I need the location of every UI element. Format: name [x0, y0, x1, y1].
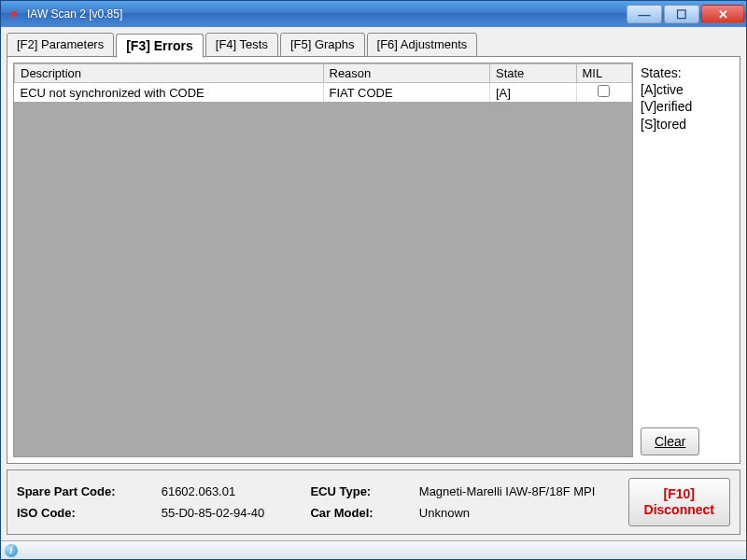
maximize-button[interactable]: ☐	[664, 5, 699, 23]
tab-bar: [F2] Parameters [F3] Errors [F4] Tests […	[7, 33, 740, 57]
tab-errors[interactable]: [F3] Errors	[116, 34, 204, 58]
col-description[interactable]: Description	[15, 64, 324, 83]
iso-code-label: ISO Code:	[17, 506, 148, 520]
disconnect-button[interactable]: [F10] Disconnect	[628, 478, 730, 526]
spare-part-value: 61602.063.01	[162, 484, 298, 498]
window-title: IAW Scan 2 [v0.85]	[27, 7, 627, 21]
legend-stored: [S]tored	[641, 116, 734, 133]
footer-bar: Spare Part Code: 61602.063.01 ECU Type: …	[7, 469, 740, 535]
col-mil[interactable]: MIL	[576, 64, 632, 83]
tab-adjustments[interactable]: [F6] Adjustments	[367, 33, 478, 57]
states-legend: States: [A]ctive [V]erified [S]tored	[641, 64, 734, 133]
tab-tests[interactable]: [F4] Tests	[205, 33, 278, 57]
iso-code-value: 55-D0-85-02-94-40	[162, 506, 298, 520]
car-model-label: Car Model:	[310, 506, 405, 520]
table-row[interactable]: ECU not synchronized with CODE FIAT CODE…	[15, 83, 632, 103]
mil-checkbox[interactable]	[598, 85, 610, 97]
disconnect-label: Disconnect	[644, 502, 714, 518]
cell-state: [A]	[489, 83, 576, 103]
car-model-value: Unknown	[419, 506, 628, 520]
col-reason[interactable]: Reason	[323, 64, 489, 83]
cell-reason: FIAT CODE	[323, 83, 489, 103]
titlebar[interactable]: IAW Scan 2 [v0.85] — ☐ ✕	[1, 1, 746, 27]
cell-mil	[576, 83, 632, 103]
cell-description: ECU not synchronized with CODE	[15, 83, 324, 103]
window-controls: — ☐ ✕	[627, 5, 744, 23]
clear-button[interactable]: Clear	[641, 427, 699, 455]
table-empty-area	[14, 102, 632, 456]
app-window: IAW Scan 2 [v0.85] — ☐ ✕ [F2] Parameters…	[0, 0, 747, 560]
side-panel: States: [A]ctive [V]erified [S]tored Cle…	[641, 63, 734, 457]
errors-panel: Description Reason State MIL ECU not syn…	[7, 56, 740, 464]
info-icon[interactable]: i	[5, 544, 18, 557]
footer-info: Spare Part Code: 61602.063.01 ECU Type: …	[17, 484, 628, 520]
errors-table: Description Reason State MIL ECU not syn…	[14, 63, 632, 102]
app-icon	[7, 7, 21, 21]
tab-parameters[interactable]: [F2] Parameters	[7, 33, 114, 57]
errors-table-container: Description Reason State MIL ECU not syn…	[13, 63, 633, 457]
legend-verified: [V]erified	[641, 98, 734, 115]
close-button[interactable]: ✕	[701, 5, 744, 23]
ecu-type-label: ECU Type:	[310, 484, 405, 498]
minimize-button[interactable]: —	[627, 5, 662, 23]
ecu-type-value: Magneti-Marelli IAW-8F/18F MPI	[419, 484, 628, 498]
legend-active: [A]ctive	[641, 81, 734, 98]
legend-title: States:	[641, 64, 734, 81]
disconnect-hotkey: [F10]	[644, 486, 714, 502]
spare-part-label: Spare Part Code:	[17, 484, 148, 498]
tab-graphs[interactable]: [F5] Graphs	[280, 33, 365, 57]
status-bar: i	[1, 540, 746, 559]
col-state[interactable]: State	[489, 64, 576, 83]
content-area: [F2] Parameters [F3] Errors [F4] Tests […	[1, 27, 746, 540]
